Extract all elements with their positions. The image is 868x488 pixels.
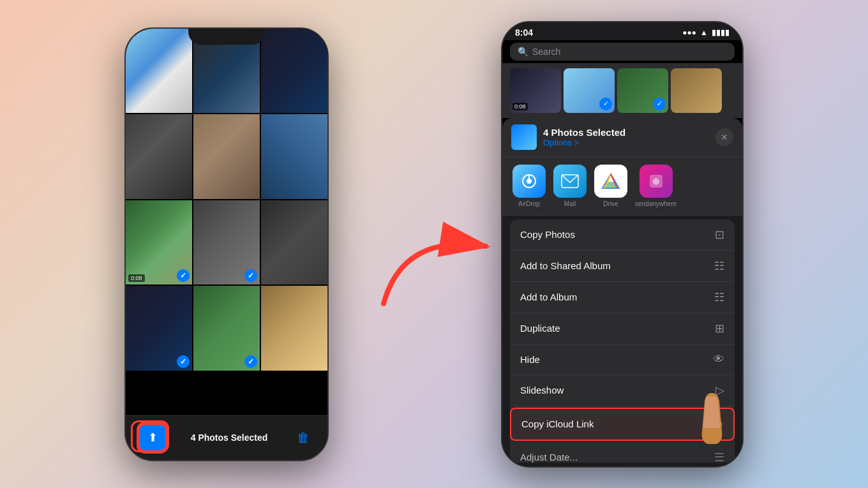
svg-point-2 (527, 179, 532, 184)
add-album-label: Add to Album (520, 292, 577, 302)
battery-icon: ▮▮▮▮ (712, 28, 730, 37)
red-highlight-box (131, 420, 169, 452)
time-display: 8:04 (515, 27, 533, 38)
grid-cell-3[interactable] (261, 29, 327, 114)
mail-app[interactable]: Mail (553, 165, 587, 207)
status-bar: 8:04 ●●● ▲ ▮▮▮▮ (502, 22, 742, 40)
strip-check-2: ✓ (599, 98, 612, 110)
sendanywhere-icon: ⊕ (640, 165, 673, 198)
drive-icon (594, 165, 627, 198)
drive-label: Drive (603, 200, 618, 207)
slideshow-label: Slideshow (520, 385, 564, 396)
phone-notch (188, 29, 265, 45)
share-title: 4 Photos Selected Options > (543, 127, 709, 147)
grid-cell-6[interactable] (261, 114, 327, 199)
finger-overlay (694, 390, 730, 447)
add-shared-album-icon: ☷ (714, 259, 724, 273)
airdrop-label: AirDrop (518, 200, 540, 207)
copy-icloud-link-label: Copy iCloud Link (521, 418, 594, 429)
drive-app[interactable]: Drive (594, 165, 627, 207)
duplicate-item[interactable]: Duplicate ⊞ (510, 313, 735, 344)
duplicate-icon: ⊞ (715, 322, 724, 336)
hide-label: Hide (520, 354, 540, 365)
trash-icon: 🗑 (297, 431, 310, 445)
grid-cell-5[interactable] (193, 114, 260, 199)
share-header: 4 Photos Selected Options > ✕ (502, 118, 742, 157)
strip-photo-1: 0:08 (510, 68, 561, 113)
duplicate-label: Duplicate (520, 323, 560, 334)
wifi-icon: ▲ (700, 28, 708, 37)
signal-icon: ●●● (682, 28, 696, 37)
strip-check-3: ✓ (653, 98, 666, 110)
arrow-svg (364, 195, 505, 323)
phone-screen-right: 8:04 ●●● ▲ ▮▮▮▮ 🔍 Search 0:08 ✓ (502, 22, 742, 466)
search-bar[interactable]: 🔍 Search (510, 43, 735, 61)
mail-icon (553, 165, 587, 198)
copy-photos-icon: ⊡ (715, 228, 724, 242)
add-album-icon: ☷ (714, 290, 724, 304)
share-thumbnail (511, 124, 537, 150)
grid-cell-4[interactable] (126, 114, 192, 199)
strip-photo-2: ✓ (564, 68, 615, 113)
search-icon: 🔍 (518, 47, 528, 57)
strip-photo-4 (671, 68, 722, 113)
grid-cell-9[interactable] (261, 200, 327, 285)
airdrop-icon (513, 165, 546, 198)
sendanywhere-app[interactable]: ⊕ sendanywhere (635, 165, 677, 207)
grid-cell-8[interactable] (193, 200, 260, 285)
share-close-button[interactable]: ✕ (715, 128, 733, 146)
grid-cell-11[interactable] (193, 286, 260, 371)
add-shared-album-label: Add to Shared Album (520, 260, 611, 271)
photo-grid: 0:08 (126, 29, 327, 371)
search-placeholder: Search (532, 47, 560, 57)
add-shared-album-item[interactable]: Add to Shared Album ☷ (510, 251, 735, 282)
photos-strip: 0:08 ✓ ✓ (502, 63, 742, 118)
share-title-text: 4 Photos Selected (543, 127, 709, 138)
grid-cell-10[interactable] (126, 286, 192, 371)
app-icons-row: AirDrop Mail (502, 157, 742, 216)
finger-svg (694, 390, 730, 447)
copy-photos-item[interactable]: Copy Photos ⊡ (510, 219, 735, 251)
phone-left: 0:08 ⬆ 4 Photos Selected 🗑 (124, 27, 329, 461)
copy-photos-label: Copy Photos (520, 229, 575, 240)
hide-icon: 👁 (713, 353, 724, 366)
arrow-container (364, 195, 505, 323)
phone-right: 8:04 ●●● ▲ ▮▮▮▮ 🔍 Search 0:08 ✓ (501, 21, 744, 468)
airdrop-app[interactable]: AirDrop (513, 165, 546, 207)
adjust-date-icon: ☰ (714, 450, 724, 462)
mail-label: Mail (564, 200, 576, 207)
video-badge: 0:08 (128, 274, 145, 282)
hide-item[interactable]: Hide 👁 (510, 344, 735, 375)
share-options-link[interactable]: Options > (543, 138, 709, 147)
svg-text:⊕: ⊕ (652, 176, 660, 186)
adjust-date-label: Adjust Date... (520, 452, 578, 462)
grid-cell-1[interactable] (126, 29, 192, 114)
strip-video-badge: 0:08 (513, 103, 528, 110)
phone-screen-left: 0:08 (126, 29, 327, 415)
add-album-item[interactable]: Add to Album ☷ (510, 282, 735, 313)
status-icons: ●●● ▲ ▮▮▮▮ (682, 28, 730, 37)
close-icon: ✕ (721, 132, 728, 142)
photos-selected-label: 4 Photos Selected (191, 433, 268, 443)
sendanywhere-label: sendanywhere (635, 200, 677, 207)
trash-button[interactable]: 🗑 (292, 426, 315, 449)
scene: 0:08 ⬆ 4 Photos Selected 🗑 (0, 0, 868, 488)
strip-photo-3: ✓ (617, 68, 668, 113)
grid-cell-12[interactable] (261, 286, 327, 371)
grid-cell-7[interactable]: 0:08 (126, 200, 192, 285)
